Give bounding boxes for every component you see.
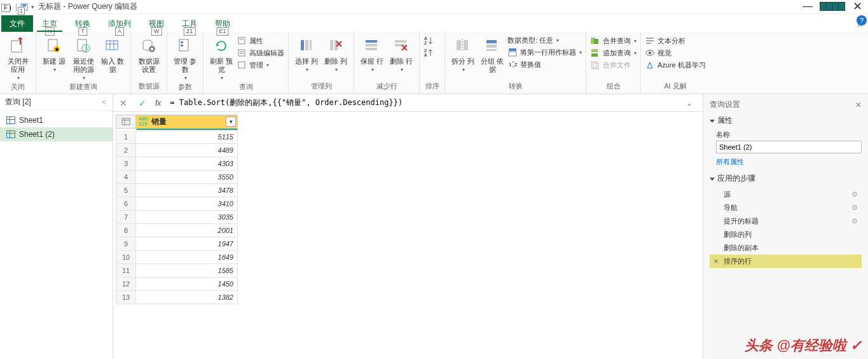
column-header-sales[interactable]: ABC 123 销量 ▾ bbox=[136, 115, 238, 129]
row-index[interactable]: 9 bbox=[116, 237, 136, 251]
formula-bar: ✕ ✓ fx ⌄ bbox=[113, 94, 703, 112]
data-type-button[interactable]: 数据类型: 任意▾ bbox=[507, 36, 582, 45]
all-properties-link[interactable]: 所有属性 bbox=[716, 157, 744, 167]
svg-rect-36 bbox=[366, 48, 377, 50]
step-item[interactable]: 删除的副本 bbox=[710, 241, 862, 255]
manage-button[interactable]: 管理▾ bbox=[237, 60, 284, 70]
close-button[interactable]: ✕ bbox=[849, 0, 865, 13]
advanced-editor-button[interactable]: 高级编辑器 bbox=[237, 48, 284, 58]
vision-button[interactable]: 视觉 bbox=[645, 48, 706, 58]
properties-header[interactable]: 属性 bbox=[717, 116, 733, 125]
svg-rect-37 bbox=[395, 40, 406, 43]
recent-sources-button[interactable]: 最近使 用的源▾ bbox=[69, 33, 97, 81]
qat-chevron[interactable]: ▾ bbox=[31, 4, 34, 10]
cell[interactable]: 1450 bbox=[136, 278, 238, 291]
step-item[interactable]: 排序的行 bbox=[710, 255, 862, 268]
cell[interactable]: 3478 bbox=[136, 184, 238, 197]
applied-steps-header[interactable]: 应用的步骤 bbox=[717, 174, 755, 183]
gear-icon[interactable]: ⚙ bbox=[851, 190, 858, 199]
tab-工具[interactable]: 工具Z1 bbox=[173, 16, 206, 32]
expand-formula-button[interactable]: ⌄ bbox=[686, 99, 699, 108]
close-settings-button[interactable]: ✕ bbox=[855, 101, 862, 109]
text-analytics-button[interactable]: 文本分析 bbox=[645, 36, 706, 46]
svg-rect-3 bbox=[22, 4, 26, 6]
tab-帮助[interactable]: 帮助E1 bbox=[206, 16, 239, 32]
group-query-label: 查询 bbox=[207, 81, 284, 93]
close-apply-button[interactable]: 关闭并 应用▾ bbox=[4, 33, 32, 81]
merge-queries-button[interactable]: 合并查询▾ bbox=[590, 36, 637, 46]
svg-rect-27 bbox=[301, 40, 304, 50]
column-filter-button[interactable]: ▾ bbox=[226, 116, 236, 127]
select-all-cell[interactable] bbox=[116, 115, 136, 129]
step-item[interactable]: 源⚙ bbox=[710, 188, 862, 201]
remove-rows-button[interactable]: 删除 行▾ bbox=[387, 33, 415, 73]
restore-button[interactable] bbox=[820, 2, 845, 11]
row-index[interactable]: 6 bbox=[116, 197, 136, 211]
row-index[interactable]: 4 bbox=[116, 171, 136, 184]
cell[interactable]: 4489 bbox=[136, 144, 238, 157]
choose-columns-button[interactable]: 选择 列▾ bbox=[293, 33, 320, 73]
enter-data-button[interactable]: 输入 数据 bbox=[99, 33, 127, 74]
tab-添加列[interactable]: 添加列A bbox=[99, 16, 140, 32]
step-item[interactable]: 导航⚙ bbox=[710, 201, 862, 215]
cell[interactable]: 1947 bbox=[136, 237, 238, 251]
first-row-headers-button[interactable]: 将第一行用作标题▾ bbox=[507, 47, 582, 57]
row-index[interactable]: 3 bbox=[116, 157, 136, 171]
datasource-settings-button[interactable]: 数据源 设置 bbox=[135, 33, 163, 74]
cell[interactable]: 3410 bbox=[136, 197, 238, 211]
split-column-button[interactable]: 拆分 列▾ bbox=[449, 33, 477, 73]
row-index[interactable]: 1 bbox=[116, 130, 136, 144]
sort-asc-button[interactable]: AZ bbox=[424, 36, 434, 46]
remove-columns-button[interactable]: 删除 列▾ bbox=[322, 33, 350, 73]
new-source-button[interactable]: ★新建 源▾ bbox=[40, 33, 68, 73]
step-item[interactable]: 提升的标题⚙ bbox=[710, 215, 862, 228]
svg-text:Z: Z bbox=[424, 48, 427, 53]
cell[interactable]: 3035 bbox=[136, 211, 238, 224]
svg-text:1: 1 bbox=[509, 62, 512, 67]
tab-转换[interactable]: 转换T bbox=[66, 16, 99, 32]
append-queries-button[interactable]: 追加查询▾ bbox=[590, 48, 637, 58]
cell[interactable]: 3550 bbox=[136, 171, 238, 184]
group-new-query-label: 新建查询 bbox=[40, 81, 127, 93]
sort-desc-button[interactable]: ZA bbox=[424, 48, 434, 58]
minimize-button[interactable]: — bbox=[799, 0, 816, 13]
cell[interactable]: 4303 bbox=[136, 157, 238, 171]
cancel-formula-button[interactable]: ✕ bbox=[117, 98, 130, 108]
row-index[interactable]: 2 bbox=[116, 144, 136, 157]
properties-button[interactable]: 属性 bbox=[237, 36, 284, 46]
row-index[interactable]: 11 bbox=[116, 264, 136, 278]
group-by-button[interactable]: 分组 依据 bbox=[478, 33, 506, 74]
step-item[interactable]: 删除的列 bbox=[710, 228, 862, 241]
azure-ml-button[interactable]: Azure 机器学习 bbox=[645, 60, 706, 70]
query-name-input[interactable] bbox=[716, 141, 862, 153]
keep-rows-button[interactable]: 保留 行▾ bbox=[358, 33, 386, 73]
query-item[interactable]: Sheet1 (2) bbox=[0, 127, 113, 141]
cell[interactable]: 1849 bbox=[136, 251, 238, 264]
gear-icon[interactable]: ⚙ bbox=[851, 217, 858, 225]
refresh-preview-button[interactable]: 刷新 预览▾ bbox=[207, 33, 235, 81]
row-index[interactable]: 13 bbox=[116, 291, 136, 304]
tab-主页[interactable]: 主页H bbox=[33, 16, 66, 32]
accept-formula-button[interactable]: ✓ bbox=[136, 98, 149, 108]
row-index[interactable]: 12 bbox=[116, 278, 136, 291]
file-tab[interactable]: 文件 bbox=[1, 15, 33, 32]
manage-params-button[interactable]: 管理 参数▾ bbox=[171, 33, 199, 81]
gear-icon[interactable]: ⚙ bbox=[851, 204, 858, 212]
cell[interactable]: 5115 bbox=[136, 130, 238, 144]
svg-rect-35 bbox=[366, 44, 377, 46]
row-index[interactable]: 8 bbox=[116, 224, 136, 237]
combine-files-button[interactable]: 合并文件 bbox=[590, 60, 637, 70]
row-index[interactable]: 10 bbox=[116, 251, 136, 264]
query-item[interactable]: Sheet1 bbox=[0, 113, 113, 127]
formula-input[interactable] bbox=[167, 97, 680, 109]
svg-rect-58 bbox=[591, 53, 598, 57]
cell[interactable]: 2001 bbox=[136, 224, 238, 237]
cell[interactable]: 1585 bbox=[136, 264, 238, 278]
replace-values-button[interactable]: 12替换值 bbox=[507, 59, 582, 69]
row-index[interactable]: 7 bbox=[116, 211, 136, 224]
cell[interactable]: 1382 bbox=[136, 291, 238, 304]
help-icon[interactable]: ? bbox=[857, 15, 867, 25]
row-index[interactable]: 5 bbox=[116, 184, 136, 197]
tab-视图[interactable]: 视图W bbox=[140, 16, 173, 32]
collapse-queries-button[interactable]: ＜ bbox=[100, 97, 107, 108]
